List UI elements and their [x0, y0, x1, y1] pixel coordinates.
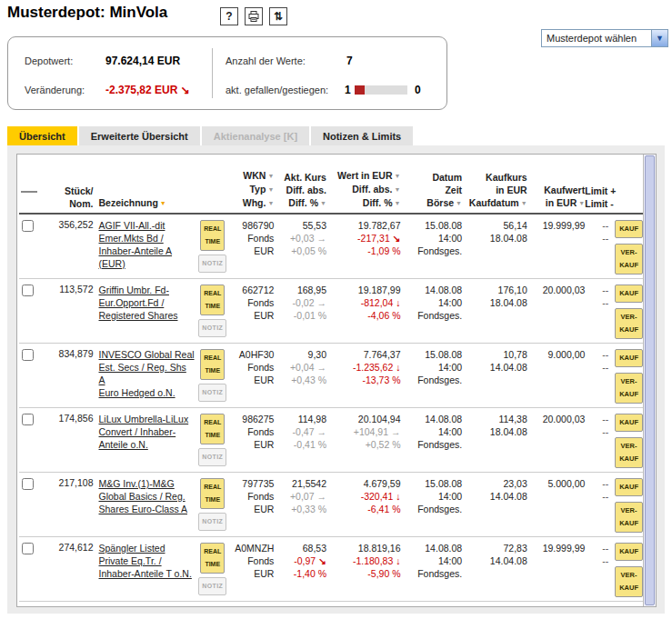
cell-limit-minus: --	[585, 361, 608, 374]
cell-kaufdatum: 14.04.08	[462, 554, 527, 567]
veraenderung-label: Veränderung:	[25, 85, 85, 95]
cell-wkn: 986275	[231, 413, 275, 425]
row-checkbox[interactable]	[22, 349, 34, 361]
cell-whg: EUR	[231, 567, 275, 580]
cell-wert-diff: -1.180,83↓	[326, 554, 401, 567]
tab-notizen-limits[interactable]: Notizen & Limits	[311, 126, 413, 145]
notiz-button[interactable]: NOTIZ	[198, 577, 226, 595]
kauf-button[interactable]: KAUF	[615, 220, 643, 238]
cell-kurs-pct: -0,41 %	[274, 438, 326, 451]
refresh-icon: ⇅	[274, 10, 283, 23]
cell-whg: EUR	[231, 503, 275, 515]
musterdepot-select[interactable]: Musterdepot wählen ▼	[541, 29, 668, 47]
position-link[interactable]: M&G Inv.(1)-M&GGlobal Basics / Reg.Share…	[99, 477, 195, 515]
cell-wkn: 986790	[231, 219, 275, 232]
col-diff-pct[interactable]: Diff. %▼	[274, 196, 326, 210]
notiz-button[interactable]: NOTIZ	[198, 448, 226, 466]
cell-wert-pct: -1,09 %	[326, 245, 401, 257]
realtime-button[interactable]: REALTIME	[200, 349, 225, 380]
cell-wert-diff: +104,91→	[326, 425, 401, 438]
cell-kurs-diff: +0,03→	[274, 232, 326, 245]
scrollbar-thumb[interactable]	[645, 155, 655, 605]
realtime-button[interactable]: REALTIME	[200, 285, 225, 315]
cell-limit-plus: --	[585, 413, 608, 425]
cell-limit-minus: --	[585, 490, 608, 503]
verkauf-button[interactable]: VER-KAUF	[615, 437, 643, 468]
verkauf-button[interactable]: VER-KAUF	[615, 244, 643, 275]
depot-summary-box: Depotwert: 97.624,14 EUR Veränderung: -2…	[7, 36, 447, 110]
cell-wert-diff: -320,41↓	[326, 490, 401, 503]
tab-erweiterte-uebersicht[interactable]: Erweiterte Übersicht	[79, 126, 200, 145]
col-typ[interactable]: Typ▼	[231, 183, 275, 196]
notiz-button[interactable]: NOTIZ	[198, 255, 226, 273]
printer-icon	[248, 11, 259, 22]
cell-kurs-pct: -0,01 %	[274, 309, 326, 322]
col-wert-eur[interactable]: Wert in EUR▼	[326, 169, 401, 183]
row-checkbox[interactable]	[22, 414, 34, 425]
help-button[interactable]: ?	[220, 7, 238, 25]
position-link[interactable]: LiLux Umbrella-LiLuxConvert / Inhaber-An…	[99, 413, 195, 451]
cell-boerse: Fondsges.	[401, 374, 463, 386]
notiz-button[interactable]: NOTIZ	[198, 319, 226, 337]
kauf-button[interactable]: KAUF	[615, 414, 643, 432]
col-stueck[interactable]: Stück/	[41, 185, 94, 197]
kauf-button[interactable]: KAUF	[615, 543, 643, 561]
table-row: 174,856 LiLux Umbrella-LiLuxConvert / In…	[19, 408, 643, 473]
sort-down-icon: ▼	[320, 200, 326, 206]
cell-zeit: 14:00	[401, 361, 463, 374]
position-link[interactable]: Spängler ListedPrivate Eq.Tr. /Inhaber-A…	[99, 542, 195, 580]
depot-table: Stück/ Nom. Bezeichnung▼ WKN▼ Typ▼ Whg.▼…	[17, 155, 643, 606]
cell-boerse: Fondsges.	[401, 438, 463, 451]
col-bezeichnung[interactable]: Bezeichnung▼	[99, 196, 195, 210]
trend-arrow-icon: →	[317, 362, 327, 373]
tab-uebersicht[interactable]: Übersicht	[7, 126, 77, 145]
toolbar: ? ⇅	[220, 7, 287, 25]
sort-down-icon: ▼	[160, 200, 166, 206]
row-checkbox[interactable]	[22, 285, 34, 296]
cell-datum: 14.08.08	[401, 284, 463, 296]
col-kaufdatum[interactable]: Kaufdatum▼	[462, 196, 527, 210]
verkauf-button[interactable]: VER-KAUF	[615, 566, 643, 597]
cell-zeit: 14:00	[401, 296, 463, 309]
cell-stueck: 274,612	[41, 542, 94, 597]
kauf-button[interactable]: KAUF	[615, 478, 643, 496]
kauf-button[interactable]: KAUF	[615, 349, 643, 367]
verkauf-button[interactable]: VER-KAUF	[615, 308, 643, 339]
cell-kaufwert: 19.999,99	[527, 542, 586, 554]
realtime-button[interactable]: REALTIME	[200, 414, 225, 444]
cell-wert-diff: -812,04↓	[326, 296, 401, 309]
print-button[interactable]	[245, 7, 263, 25]
verkauf-button[interactable]: VER-KAUF	[615, 502, 643, 533]
cell-kurs-pct: -1,40 %	[274, 567, 326, 580]
gestiegen-value: 0	[415, 84, 421, 96]
position-link[interactable]: Griffin Umbr. Fd-Eur.Opport.Fd /Register…	[99, 284, 195, 322]
cell-wert: 7.764,37	[326, 348, 401, 361]
sort-down-icon: ▼	[578, 200, 585, 206]
col-wkn[interactable]: WKN▼	[231, 169, 275, 183]
realtime-button[interactable]: REALTIME	[200, 478, 225, 509]
notiz-button[interactable]: NOTIZ	[198, 513, 226, 531]
realtime-button[interactable]: REALTIME	[200, 543, 225, 574]
kauf-button[interactable]: KAUF	[615, 285, 643, 303]
verkauf-button[interactable]: VER-KAUF	[615, 373, 643, 404]
refresh-button[interactable]: ⇅	[269, 7, 287, 25]
vertical-scrollbar[interactable]	[643, 155, 656, 606]
cell-whg: EUR	[231, 245, 275, 257]
trend-arrow-icon: →	[317, 426, 327, 437]
position-link[interactable]: INVESCO Global RealEst. Secs / Reg. Shs …	[99, 348, 195, 399]
col-whg[interactable]: Whg.▼	[231, 196, 275, 210]
chevron-down-icon[interactable]: ▼	[651, 30, 667, 46]
col-boerse[interactable]: Börse▼	[400, 196, 462, 210]
position-link[interactable]: AGIF VII-All.-ditEmer.Mkts Bd /Inhaber-A…	[99, 219, 195, 270]
realtime-button[interactable]: REALTIME	[200, 220, 225, 251]
cell-limit-plus: --	[585, 542, 608, 554]
row-checkbox[interactable]	[22, 220, 34, 232]
row-checkbox[interactable]	[22, 543, 34, 554]
depotwert-value: 97.624,14 EUR	[105, 55, 180, 67]
cell-kurs-diff: -0,97↘	[274, 554, 326, 567]
notiz-button[interactable]: NOTIZ	[198, 384, 226, 402]
col-kaufkurs: Kaufkurs	[462, 171, 527, 184]
cell-boerse: Fondsges.	[401, 567, 463, 580]
table-row: 217,108 M&G Inv.(1)-M&GGlobal Basics / R…	[19, 473, 643, 537]
row-checkbox[interactable]	[22, 478, 34, 490]
